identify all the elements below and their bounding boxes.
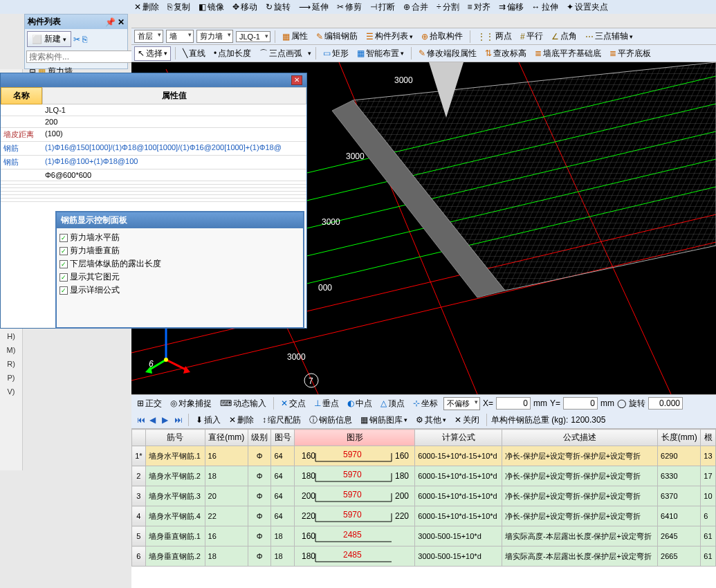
col-header[interactable]: 长度(mm)	[658, 430, 701, 446]
prop-value[interactable]: (1)Φ16@150[1000]/(1)Φ18@100[1000]/(1)Φ16…	[42, 142, 306, 156]
combo-剪力墙[interactable]: 剪力墙	[196, 30, 233, 43]
nav-其他[interactable]: ⚙其他▾	[413, 414, 449, 427]
tool-设置夹点[interactable]: ✦设置夹点	[564, 1, 611, 13]
snap-交点[interactable]: ✕交点	[278, 397, 309, 410]
pin-icon[interactable]: 📌 ✕	[105, 17, 125, 27]
snap-顶点[interactable]: △顶点	[378, 397, 407, 410]
table-row[interactable]: 1*墙身水平钢筋.116Φ6416059701606000-15+10*d-15…	[132, 446, 716, 466]
nav-钢筋图库[interactable]: ▦钢筋图库▾	[358, 414, 410, 427]
property-titlebar[interactable]: ✕	[1, 73, 306, 87]
status-对象捕捉[interactable]: ◎对象捕捉	[167, 397, 214, 410]
tool-修剪[interactable]: ✂修剪	[334, 1, 365, 13]
new-button[interactable]: ⬜新建▾	[27, 31, 71, 47]
close-icon[interactable]: ✕	[291, 75, 302, 85]
edit-3[interactable]: ≣平齐底板	[607, 47, 654, 60]
btn-三点辅轴[interactable]: ⋯三点辅轴▾	[582, 30, 636, 43]
draw-直线[interactable]: ╲直线	[180, 47, 208, 60]
snap-坐标[interactable]: ⊹坐标	[410, 397, 441, 410]
rebar-display-panel[interactable]: 钢筋显示控制面板 ✓剪力墙水平筋✓剪力墙垂直筋✓下层墙体纵筋的露出长度✓显示其它…	[55, 211, 304, 329]
x-input[interactable]	[496, 397, 531, 410]
checkbox-icon[interactable]: ✓	[59, 234, 68, 242]
btn-属性[interactable]: ▦属性	[279, 30, 311, 43]
rot-input[interactable]	[648, 397, 683, 410]
select-button[interactable]: ↖选择▾	[134, 46, 171, 61]
tool-对齐[interactable]: ≡对齐	[465, 1, 493, 13]
snap-中点[interactable]: ◐中点	[345, 397, 375, 410]
tool-拉伸[interactable]: ↔拉伸	[529, 1, 561, 13]
check-row[interactable]: ✓显示详细公式	[59, 284, 300, 297]
nav-删除[interactable]: ✕删除	[226, 414, 257, 427]
tool-移动[interactable]: ✥移动	[230, 1, 260, 13]
checkbox-icon[interactable]: ✓	[59, 273, 68, 282]
tool-打断[interactable]: ⊣打断	[367, 1, 398, 13]
edit-2[interactable]: ≣墙底平齐基础底	[532, 47, 604, 60]
prop-value[interactable]: 200	[42, 116, 306, 128]
btn-点角[interactable]: ∠点角	[549, 30, 580, 43]
float-panel-title[interactable]: 钢筋显示控制面板	[57, 212, 303, 228]
nav-arrow-icon[interactable]: ▶	[162, 415, 172, 425]
check-row[interactable]: ✓剪力墙水平筋	[59, 231, 300, 244]
check-row[interactable]: ✓显示其它图元	[59, 270, 300, 284]
col-header[interactable]: 图形	[295, 430, 415, 446]
btn-两点[interactable]: ⋮⋮两点	[475, 30, 515, 43]
combo-墙[interactable]: 墙	[166, 30, 194, 43]
col-header[interactable]	[132, 430, 146, 446]
tool-复制[interactable]: ⎘复制	[165, 1, 193, 13]
edit-1[interactable]: ⇅查改标高	[482, 47, 529, 60]
tool-延伸[interactable]: ⟶延伸	[296, 1, 331, 13]
col-header[interactable]: 计算公式	[415, 430, 502, 446]
draw-智能布置[interactable]: ▦智能布置▾	[354, 47, 407, 60]
y-input[interactable]	[563, 397, 598, 410]
combo-JLQ-1[interactable]: JLQ-1	[236, 31, 270, 42]
edit-0[interactable]: ✎修改端段属性	[416, 47, 479, 60]
table-row[interactable]: 3墙身水平钢筋.320Φ6420059702006000-15+10*d-15+…	[132, 486, 716, 506]
col-header[interactable]: 根	[701, 430, 716, 446]
check-row[interactable]: ✓剪力墙垂直筋	[59, 244, 300, 257]
cut-icon[interactable]: ✂	[73, 35, 80, 44]
checkbox-icon[interactable]: ✓	[59, 247, 68, 255]
tool-分割[interactable]: ÷分割	[434, 1, 462, 13]
btn-编辑钢筋[interactable]: ✎编辑钢筋	[313, 30, 360, 43]
tool-偏移[interactable]: ⇉偏移	[496, 1, 526, 13]
prop-value[interactable]: JLQ-1	[42, 104, 306, 116]
tool-删除[interactable]: ✕删除	[131, 1, 162, 13]
col-header[interactable]: 直径(mm)	[205, 430, 248, 446]
draw-三点画弧[interactable]: ⌒三点画弧	[257, 47, 305, 60]
col-header[interactable]: 筋号	[145, 430, 205, 446]
table-row[interactable]: 5墙身垂直钢筋.116Φ1816024853000-500-15+10*d墙实际…	[132, 526, 716, 546]
table-row[interactable]: 6墙身垂直钢筋.218Φ1818024853000-500-15+10*d墙实际…	[132, 546, 716, 567]
col-header[interactable]: 级别	[248, 430, 271, 446]
combo-首层[interactable]: 首层	[134, 30, 163, 43]
search-input[interactable]	[26, 50, 136, 63]
prop-value[interactable]: (100)	[42, 128, 306, 142]
btn-拾取构件[interactable]: ⊕拾取构件	[419, 30, 466, 43]
col-header[interactable]: 公式描述	[502, 430, 658, 446]
nav-钢筋信息[interactable]: ⓘ钢筋信息	[306, 414, 355, 427]
table-row[interactable]: 4墙身水平钢筋.422Φ6422059702206000-15+10*d-15+…	[132, 506, 716, 526]
nav-arrow-icon[interactable]: ⏭	[174, 415, 184, 425]
tool-旋转[interactable]: ↻旋转	[263, 1, 293, 13]
copy-icon[interactable]: ⎘	[82, 35, 87, 44]
tool-镜像[interactable]: ◧镜像	[196, 1, 227, 13]
btn-平行[interactable]: #平行	[517, 30, 546, 43]
snap-垂点[interactable]: ⊥垂点	[311, 397, 342, 410]
nav-arrow-icon[interactable]: ⏮	[137, 415, 147, 425]
nav-插入[interactable]: ⬇插入	[193, 414, 223, 427]
checkbox-icon[interactable]: ✓	[59, 260, 68, 268]
tool-合并[interactable]: ⊕合并	[401, 1, 431, 13]
draw-点加长度[interactable]: •点加长度	[211, 47, 254, 60]
nav-缩尺配筋[interactable]: ↕缩尺配筋	[259, 414, 304, 427]
btn-构件列表[interactable]: ☰构件列表▾	[363, 30, 416, 43]
table-row[interactable]: 2墙身水平钢筋.218Φ6418059701806000-15+10*d-15+…	[132, 466, 716, 486]
checkbox-icon[interactable]: ✓	[59, 286, 68, 295]
prop-value[interactable]: Φ6@600*600	[42, 169, 306, 181]
status-正交[interactable]: ⊞正交	[134, 397, 165, 410]
offset-combo[interactable]: 不偏移	[443, 397, 480, 410]
draw-矩形[interactable]: ▭矩形	[320, 47, 351, 60]
col-header[interactable]: 图号	[271, 430, 295, 446]
prop-value[interactable]: (1)Φ16@100+(1)Φ18@100	[42, 156, 306, 169]
nav-arrow-icon[interactable]: ◀	[149, 415, 159, 425]
status-动态输入[interactable]: ⌨动态输入	[217, 397, 269, 410]
check-row[interactable]: ✓下层墙体纵筋的露出长度	[59, 257, 300, 270]
nav-关闭[interactable]: ✕关闭	[452, 414, 482, 427]
